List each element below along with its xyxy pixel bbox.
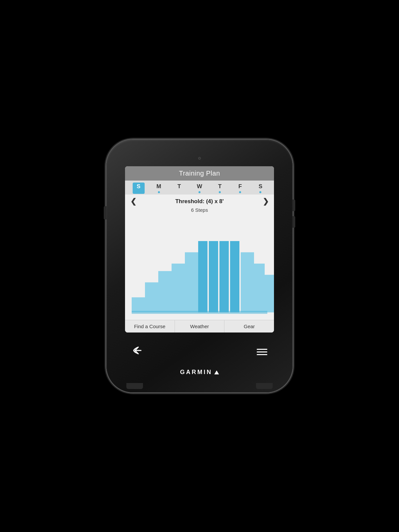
svg-rect-6	[219, 241, 229, 312]
brand-triangle-icon	[214, 370, 219, 374]
steps-label: 6 Steps	[125, 206, 274, 215]
svg-rect-5	[218, 241, 219, 312]
svg-rect-8	[230, 241, 239, 312]
menu-line-3	[257, 354, 267, 355]
find-course-button[interactable]: Find a Course	[125, 320, 175, 332]
device-body: Training Plan S M T W	[106, 140, 293, 392]
chart-svg	[125, 215, 274, 320]
svg-rect-9	[239, 241, 241, 312]
svg-rect-2	[198, 241, 207, 312]
bottom-buttons: Find a Course Weather Gear	[125, 320, 274, 332]
menu-line-2	[257, 351, 267, 352]
day-saturday[interactable]: S	[254, 183, 266, 193]
back-button[interactable]	[132, 344, 144, 359]
device-screen: Training Plan S M T W	[125, 166, 274, 332]
side-button-right-bottom[interactable]	[293, 216, 295, 228]
day-dot-w	[199, 191, 200, 193]
prev-arrow[interactable]: ❮	[129, 197, 138, 206]
device-controls	[125, 344, 274, 359]
side-button-right-top[interactable]	[293, 200, 295, 211]
menu-button[interactable]	[257, 349, 267, 355]
day-dot-s2	[259, 191, 261, 193]
screen-title: Training Plan	[125, 166, 274, 181]
day-dot-f	[239, 191, 241, 193]
brand-name: GARMIN	[180, 369, 212, 376]
garmin-device: Training Plan S M T W	[106, 140, 293, 392]
workout-title: Threshold: (4) x 8'	[138, 198, 261, 205]
day-dot-m	[158, 191, 160, 193]
day-monday[interactable]: M	[153, 183, 165, 193]
bottom-lug-right	[256, 383, 273, 389]
title-text: Training Plan	[179, 170, 220, 177]
menu-line-1	[257, 349, 267, 350]
workout-row: ❮ Threshold: (4) x 8' ❯	[125, 195, 274, 206]
day-dot-t2	[219, 191, 221, 193]
next-arrow[interactable]: ❯	[261, 197, 270, 206]
brand-area: GARMIN	[180, 369, 219, 376]
side-button-left[interactable]	[104, 206, 106, 219]
bottom-lug-left	[126, 383, 143, 389]
svg-rect-11	[132, 311, 267, 314]
svg-rect-4	[209, 241, 218, 312]
day-sunday-active[interactable]: S	[133, 183, 145, 194]
weather-button[interactable]: Weather	[175, 320, 225, 332]
days-row: S M T W T	[125, 181, 274, 195]
workout-chart	[125, 215, 274, 320]
svg-rect-7	[229, 241, 230, 312]
svg-rect-3	[207, 241, 209, 312]
gear-button[interactable]: Gear	[224, 320, 274, 332]
camera-dot	[198, 157, 201, 160]
day-wednesday[interactable]: W	[194, 183, 205, 193]
day-friday[interactable]: F	[234, 183, 246, 193]
day-tuesday[interactable]: T	[173, 183, 185, 193]
day-thursday[interactable]: T	[214, 183, 226, 193]
